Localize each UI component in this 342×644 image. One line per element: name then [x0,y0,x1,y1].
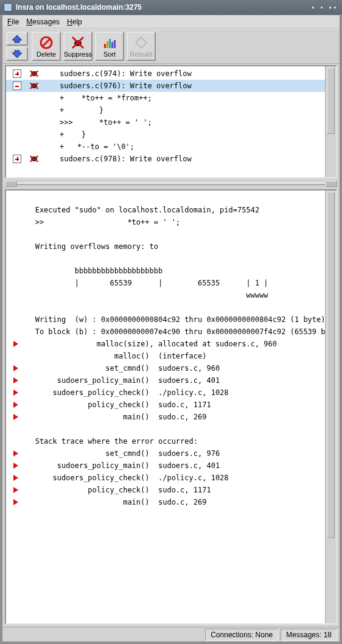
svg-rect-11 [114,40,116,48]
detail-text: wwwww [22,289,325,301]
menu-file[interactable]: File [7,18,19,26]
expand-triangle-icon[interactable] [10,486,22,494]
detail-text: main() sudo.c, 269 [22,496,325,508]
expand-triangle-icon[interactable] [10,462,22,469]
no-entry-icon [39,35,54,50]
messages-panel: sudoers.c(974): Write overflowsudoers.c(… [5,65,337,178]
expand-triangle-icon[interactable] [10,474,22,481]
stack-frame-row[interactable]: set_cmnd() sudoers.c, 976 [6,447,325,460]
svg-rect-7 [104,44,106,48]
message-source-line[interactable]: >>> *to++ = ' '; [6,116,325,128]
svg-marker-14 [13,365,18,371]
bug-icon [29,154,39,164]
expand-icon[interactable] [13,69,21,78]
messages-scrollbar[interactable] [325,66,336,177]
menu-help[interactable]: Help [67,18,82,26]
window-controls[interactable]: • • •• [312,4,338,11]
messages-list[interactable]: sudoers.c(974): Write overflowsudoers.c(… [6,66,325,177]
stack-frame-row[interactable]: policy_check() sudo.c, 1171 [6,484,325,496]
svg-rect-10 [111,42,113,48]
stack-frame-row[interactable]: sudoers_policy_main() sudoers.c, 401 [6,460,325,472]
detail-line: bbbbbbbbbbbbbbbbbbbb [6,265,325,277]
svg-marker-0 [12,35,22,43]
rebuild-button[interactable]: Rebuild [127,32,156,61]
svg-marker-19 [13,450,18,457]
detail-text: To block (b) : 0x00000000007e4c90 thru 0… [22,326,325,338]
message-source-line[interactable]: + } [6,128,325,141]
detail-text: malloc(size), allocated at sudoers.c, 96… [22,338,325,350]
expand-icon[interactable] [13,155,21,163]
detail-text: malloc() (interface) [22,350,325,362]
suppress-button[interactable]: Suppress [63,32,92,61]
status-connections: Connections: None [205,629,278,641]
diamond-icon [134,35,148,50]
message-text: sudoers.c(978): Write overflow [43,153,192,165]
suppress-bug-icon [71,35,85,50]
message-text: >>> *to++ = ' '; [43,116,152,128]
expand-triangle-icon[interactable] [10,377,22,384]
svg-marker-1 [12,51,22,58]
detail-line: To block (b) : 0x00000000007e4c90 thru 0… [6,326,325,338]
detail-line: Stack trace where the error occurred: [6,435,325,447]
message-source-line[interactable]: + *to++ = *from++; [6,92,325,104]
details-content[interactable]: Executed "sudo" on localhost.localdomain… [6,191,325,623]
expand-triangle-icon[interactable] [10,413,22,421]
detail-line [6,192,325,204]
stack-frame-row[interactable]: sudoers_policy_check() ./policy.c, 1028 [6,472,325,484]
stack-frame-row[interactable]: policy_check() sudo.c, 1171 [6,399,325,411]
detail-text: bbbbbbbbbbbbbbbbbbbb [22,265,325,277]
collapse-icon[interactable] [13,82,21,90]
expand-triangle-icon[interactable] [10,340,22,348]
up-button[interactable] [6,32,28,46]
detail-line: | 65539 | 65535 | 1 | [6,277,325,289]
detail-text: >> *to++ = ' '; [22,216,325,228]
svg-marker-17 [13,402,18,408]
stack-frame-row[interactable]: malloc(size), allocated at sudoers.c, 96… [6,338,325,350]
detail-text: Writing overflows memory: to [22,240,325,253]
stack-frame-row[interactable]: sudoers_policy_check() ./policy.c, 1028 [6,387,325,399]
expand-triangle-icon[interactable] [10,499,22,506]
detail-text: Executed "sudo" on localhost.localdomain… [22,204,325,216]
pane-splitter[interactable] [5,181,337,187]
expand-triangle-icon[interactable] [10,389,22,396]
content-area: sudoers.c(974): Write overflowsudoers.c(… [2,64,340,627]
menu-messages[interactable]: Messages [26,18,60,26]
bars-icon [102,35,117,50]
details-scrollbar[interactable] [325,191,336,623]
message-row[interactable]: sudoers.c(976): Write overflow [6,80,325,92]
stack-frame-row[interactable]: main() sudo.c, 269 [6,411,325,423]
message-source-line[interactable]: + } [6,104,325,116]
bug-icon [29,81,39,91]
toolbar: Delete Suppress Sort Rebuild [2,29,340,64]
expand-triangle-icon[interactable] [10,401,22,408]
expand-triangle-icon[interactable] [10,450,22,457]
svg-marker-23 [13,499,18,505]
bug-icon [29,69,39,79]
sort-button[interactable]: Sort [95,32,124,61]
detail-text: sudoers_policy_check() ./policy.c, 1028 [22,472,325,484]
message-text: + } [43,104,103,116]
stack-frame-row[interactable]: sudoers_policy_main() sudoers.c, 401 [6,374,325,387]
message-row[interactable]: sudoers.c(978): Write overflow [6,153,325,165]
detail-line: Writing (w) : 0x0000000000804c92 thru 0x… [6,313,325,326]
message-source-line[interactable]: + *--to = '\0'; [6,141,325,153]
detail-line [6,301,325,313]
svg-marker-22 [13,487,18,493]
detail-text: sudoers_policy_main() sudoers.c, 401 [22,374,325,387]
arrow-down-icon [12,50,23,58]
stack-frame-row[interactable]: main() sudo.c, 269 [6,496,325,508]
message-text: sudoers.c(974): Write overflow [43,68,192,80]
expand-triangle-icon[interactable] [10,365,22,372]
detail-line: malloc() (interface) [6,350,325,362]
status-messages: Messages: 18 [281,629,337,641]
down-button[interactable] [6,47,28,61]
delete-button[interactable]: Delete [32,32,61,61]
window-title: Insra on localhost.localdomain:3275 [16,3,142,12]
titlebar[interactable]: Insra on localhost.localdomain:3275 • • … [0,0,342,15]
detail-text: set_cmnd() sudoers.c, 960 [22,362,325,374]
app-frame: File Messages Help Delete Suppress Sort [2,15,340,642]
message-row[interactable]: sudoers.c(974): Write overflow [6,68,325,80]
detail-line [6,423,325,435]
detail-text: sudoers_policy_check() ./policy.c, 1028 [22,387,325,399]
stack-frame-row[interactable]: set_cmnd() sudoers.c, 960 [6,362,325,374]
